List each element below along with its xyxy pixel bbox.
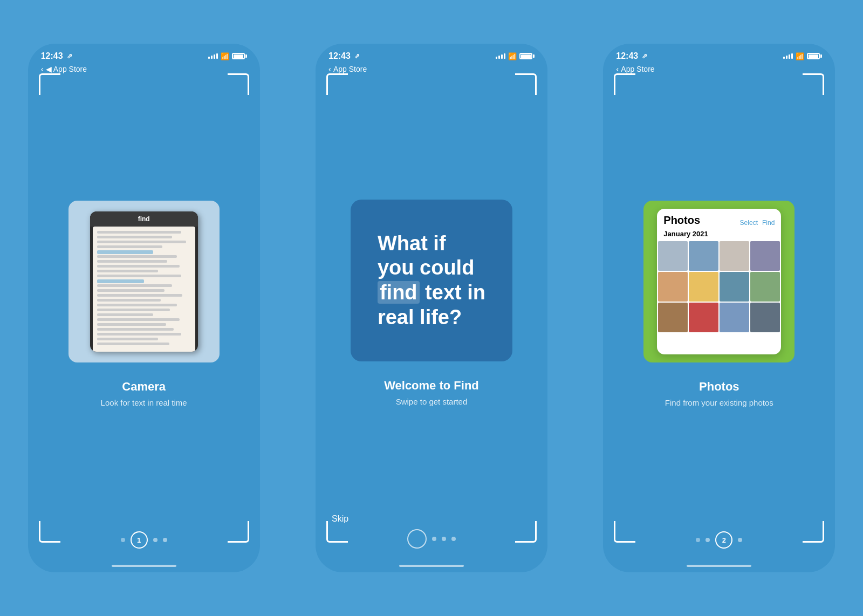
dot-right-0: [696, 538, 700, 542]
phone-right: 12:43 ⇗ 📶: [603, 44, 835, 572]
wifi-icon-center: 📶: [508, 52, 517, 60]
photo-2: [689, 241, 718, 271]
photos-grid: [657, 241, 781, 332]
welcome-highlight-word: find: [378, 281, 420, 304]
back-chevron-right: ‹: [616, 64, 619, 73]
back-chevron-center: ‹: [328, 64, 331, 73]
corner-bl-r: [614, 521, 635, 543]
dot-left-2: [153, 538, 157, 542]
phone-right-wrapper: 12:43 ⇗ 📶: [576, 0, 863, 616]
active-dot-number-left: 1: [137, 536, 141, 544]
welcome-line3: find text in: [378, 280, 485, 305]
photo-5: [658, 272, 688, 302]
phone-left-wrapper: 12:43 ⇗ 📶: [0, 0, 287, 616]
dot-left-0: [121, 538, 125, 542]
active-dot-number-right: 2: [722, 536, 726, 544]
home-indicator-right: [687, 565, 751, 567]
dot-left-3: [163, 538, 167, 542]
dot-center-1: [432, 537, 436, 541]
photos-month-label: January 2021: [657, 229, 781, 241]
back-chevron-left: ‹: [41, 64, 44, 73]
photo-11: [720, 303, 749, 332]
welcome-feature-title: Welcome to Find: [384, 379, 479, 393]
phone-left-content: find: [28, 77, 260, 531]
corner-tl: [39, 73, 60, 95]
welcome-line2: you could: [378, 256, 485, 280]
dot-left-active: 1: [131, 531, 148, 549]
photos-find-btn[interactable]: Find: [762, 219, 775, 227]
book-phone: find: [90, 211, 198, 352]
photo-1: [658, 241, 688, 271]
app-store-label-left[interactable]: ◀ App Store: [46, 65, 87, 73]
dot-right-1: [706, 538, 710, 542]
status-bar-center: 12:43 ⇗ 📶: [316, 44, 547, 63]
phones-container: 12:43 ⇗ 📶: [0, 0, 863, 616]
app-store-label-center[interactable]: App Store: [333, 65, 367, 73]
status-bar-right: 12:43 ⇗ 📶: [603, 44, 835, 63]
page-dots-right: 2: [696, 531, 742, 549]
signal-icon-right: [783, 53, 793, 59]
photo-3: [720, 241, 749, 271]
corner-tr-r: [803, 73, 824, 95]
welcome-feature-subtitle: Swipe to get started: [396, 397, 468, 406]
location-icon-right: ⇗: [642, 52, 647, 60]
page-dots-center: [407, 529, 456, 549]
back-nav-right[interactable]: ‹ App Store: [603, 63, 835, 77]
status-bar-left: 12:43 ⇗ 📶: [28, 44, 260, 63]
photo-7: [720, 272, 749, 302]
phone-center: 12:43 ⇗ 📶: [316, 44, 547, 572]
signal-icon-left: [208, 53, 218, 59]
photos-select-btn[interactable]: Select: [740, 219, 758, 227]
photo-9: [658, 303, 688, 332]
corner-br-c: [515, 521, 537, 543]
photo-4: [750, 241, 780, 271]
back-nav-left[interactable]: ‹ ◀ App Store: [28, 63, 260, 77]
corner-tr-c: [515, 73, 537, 95]
location-icon-left: ⇗: [67, 52, 72, 60]
corner-br-r: [803, 521, 824, 543]
book-screen: [93, 227, 195, 352]
corner-tl-r: [614, 73, 635, 95]
battery-icon-left: [232, 53, 247, 59]
phone-center-content: What if you could find text in real life…: [316, 77, 547, 529]
photo-6: [689, 272, 718, 302]
photos-phone: Photos Select Find January 2021: [657, 209, 781, 354]
phone-left: 12:43 ⇗ 📶: [28, 44, 260, 572]
battery-icon-center: [519, 53, 535, 59]
dot-center-2: [442, 537, 446, 541]
book-search-bar: find: [90, 211, 198, 227]
dot-right-active: 2: [715, 531, 732, 549]
status-time-center: 12:43: [328, 51, 351, 61]
back-nav-center[interactable]: ‹ App Store: [316, 63, 547, 77]
dot-right-3: [738, 538, 742, 542]
camera-feature-image: find: [69, 201, 220, 362]
signal-icon-center: [496, 53, 505, 59]
phone-right-content: Photos Select Find January 2021: [603, 77, 835, 531]
photo-10: [689, 303, 718, 332]
photo-12: [750, 303, 780, 332]
battery-icon-right: [807, 53, 822, 59]
home-indicator-center: [399, 565, 464, 567]
phone-center-wrapper: 12:43 ⇗ 📶: [287, 0, 575, 616]
welcome-card-text: What if you could find text in real life…: [378, 231, 485, 330]
corner-bl: [39, 521, 60, 543]
page-dots-left: 1: [121, 531, 167, 549]
wifi-icon-right: 📶: [796, 52, 804, 60]
camera-feature-title: Camera: [122, 380, 166, 394]
dot-center-large: [407, 529, 427, 549]
photos-feature-title: Photos: [699, 380, 739, 394]
welcome-card: What if you could find text in real life…: [351, 200, 512, 361]
home-indicator-left: [112, 565, 176, 567]
corner-tr: [228, 73, 249, 95]
photos-actions: Select Find: [740, 219, 775, 227]
book-container: find: [69, 201, 220, 362]
app-store-label-right[interactable]: App Store: [621, 65, 654, 73]
corner-br: [228, 521, 249, 543]
location-icon-center: ⇗: [354, 52, 360, 60]
photos-app-title: Photos: [663, 214, 700, 227]
photos-header: Photos Select Find: [657, 209, 781, 229]
search-label: find: [138, 215, 150, 223]
wifi-icon-left: 📶: [221, 52, 229, 60]
photos-feature-subtitle: Find from your existing photos: [665, 398, 773, 407]
welcome-line1: What if: [378, 231, 485, 256]
